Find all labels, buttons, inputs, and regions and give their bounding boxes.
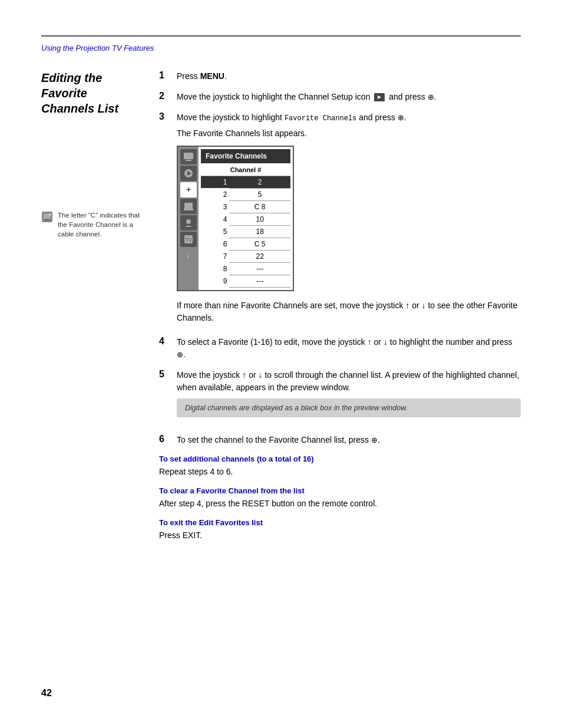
row-num: 8: [201, 262, 229, 275]
step-1-num: 1: [159, 70, 171, 81]
heading-line2: Channels List: [41, 102, 118, 115]
note-icon: [41, 211, 53, 223]
page-number: 42: [41, 688, 52, 699]
svg-text:+: +: [186, 185, 190, 194]
row-ch: 10: [229, 213, 290, 225]
table-row: 518: [201, 225, 290, 238]
sidebar-icon-5: [180, 215, 197, 230]
row-num: 7: [201, 250, 229, 262]
info-note: Digital channels are displayed as a blac…: [177, 398, 521, 418]
fav-title-bar: Favorite Channels: [201, 149, 290, 163]
step-2-num: 2: [159, 91, 171, 101]
step-3-content: Move the joystick to highlight Favorite …: [177, 111, 521, 328]
row-num: 6: [201, 238, 229, 250]
fav-sidebar: + TV: [178, 147, 199, 290]
sidebar-icon-1: [180, 149, 197, 164]
sidebar-down-arrow: ↓: [186, 249, 190, 262]
step-4: 4 To select a Favorite (1-16) to edit, m…: [159, 336, 521, 361]
table-row: 12: [201, 176, 290, 188]
step-5-content: Move the joystick ↑ or ↓ to scroll throu…: [177, 369, 521, 426]
row-ch: 5: [229, 188, 290, 200]
sub-heading: To clear a Favorite Channel from the lis…: [159, 486, 521, 495]
section-heading: Editing the Favorite Channels List: [41, 70, 147, 116]
row-num: 9: [201, 275, 229, 287]
row-num: 4: [201, 213, 229, 225]
step-5: 5 Move the joystick ↑ or ↓ to scroll thr…: [159, 369, 521, 426]
svg-rect-9: [184, 203, 193, 209]
fav-table-area: Favorite Channels Channel #: [199, 147, 293, 290]
step-1: 1 Press MENU.: [159, 70, 521, 83]
circle-plus-6: ⊕: [371, 436, 378, 444]
row-ch: C 5: [229, 238, 290, 250]
fav-channels-inner: + TV: [178, 147, 293, 290]
row-ch: C 8: [229, 200, 290, 213]
sub-heading-content: Repeat steps 4 to 6.: [159, 466, 521, 478]
sub-heading-content: After step 4, press the RESET button on …: [159, 498, 521, 510]
step-2-content: Move the joystick to highlight the Chann…: [177, 91, 521, 103]
sidebar-icon-3: +: [180, 182, 197, 197]
channel-setup-icon: ▶: [374, 93, 385, 101]
fav-channels-box: + TV: [177, 146, 294, 291]
heading-line1: Editing the Favorite: [41, 71, 102, 100]
row-num: 1: [201, 176, 229, 188]
row-ch: 22: [229, 250, 290, 262]
right-column: 1 Press MENU. 2 Move the joystick to hig…: [159, 70, 521, 548]
table-row: 722: [201, 250, 290, 262]
table-row: 410: [201, 213, 290, 225]
table-row: 3C 8: [201, 200, 290, 213]
top-rule: [41, 35, 521, 37]
svg-rect-4: [184, 153, 193, 159]
table-row: 6C 5: [201, 238, 290, 250]
step-3-num: 3: [159, 111, 171, 122]
fav-col-header: Channel #: [201, 164, 290, 176]
section-title: Using the Projection TV Features: [41, 44, 521, 52]
svg-point-11: [186, 219, 191, 224]
sidebar-icon-2: [180, 166, 197, 181]
step-1-content: Press MENU.: [177, 70, 521, 83]
row-ch: ---: [229, 262, 290, 275]
step-6-num: 6: [159, 434, 171, 444]
svg-text:TV: TV: [185, 237, 192, 243]
step-2: 2 Move the joystick to highlight the Cha…: [159, 91, 521, 103]
row-num: 2: [201, 188, 229, 200]
step-5-num: 5: [159, 369, 171, 380]
row-ch: 18: [229, 225, 290, 238]
row-num: 3: [201, 200, 229, 213]
sidebar-icon-4: [180, 199, 197, 214]
row-ch: ---: [229, 275, 290, 287]
step-6-content: To set the channel to the Favorite Chann…: [177, 434, 521, 446]
page-container: Using the Projection TV Features Editing…: [0, 0, 562, 583]
table-row: 8---: [201, 262, 290, 275]
step-3: 3 Move the joystick to highlight Favorit…: [159, 111, 521, 328]
svg-point-3: [49, 213, 51, 216]
svg-rect-5: [186, 160, 191, 161]
circle-plus-2: ⊕: [428, 93, 434, 101]
left-column: Editing the Favorite Channels List The l…: [41, 70, 159, 548]
sub-heading-content: Press EXIT.: [159, 529, 521, 542]
sub-heading: To exit the Edit Favorites list: [159, 518, 521, 527]
step-6: 6 To set the channel to the Favorite Cha…: [159, 434, 521, 446]
svg-rect-2: [45, 219, 49, 220]
sub-heading: To set additional channels (to a total o…: [159, 454, 521, 463]
svg-rect-10: [184, 209, 193, 210]
more-channels-text: If more than nine Favorite Channels are …: [177, 299, 521, 324]
table-row: 9---: [201, 275, 290, 287]
content-layout: Editing the Favorite Channels List The l…: [41, 70, 521, 548]
fav-channels-wrap: + TV: [177, 146, 521, 291]
circle-plus-3: ⊕: [398, 113, 404, 122]
step-4-content: To select a Favorite (1-16) to edit, mov…: [177, 336, 521, 361]
table-row: 25: [201, 188, 290, 200]
row-ch: 2: [229, 176, 290, 188]
step-4-num: 4: [159, 336, 171, 347]
row-num: 5: [201, 225, 229, 238]
fav-channels-table: Channel # 12253C 84105186C 57228---9---: [201, 164, 290, 288]
sidebar-icon-6: TV: [180, 232, 197, 247]
note-box: The letter "C" indicates that the Favori…: [41, 210, 147, 239]
menu-item-fav: Favorite Channels: [285, 114, 356, 123]
circle-plus-4: ⊕: [177, 350, 183, 359]
sub-sections: To set additional channels (to a total o…: [159, 454, 521, 542]
note-text: The letter "C" indicates that the Favori…: [58, 210, 147, 239]
